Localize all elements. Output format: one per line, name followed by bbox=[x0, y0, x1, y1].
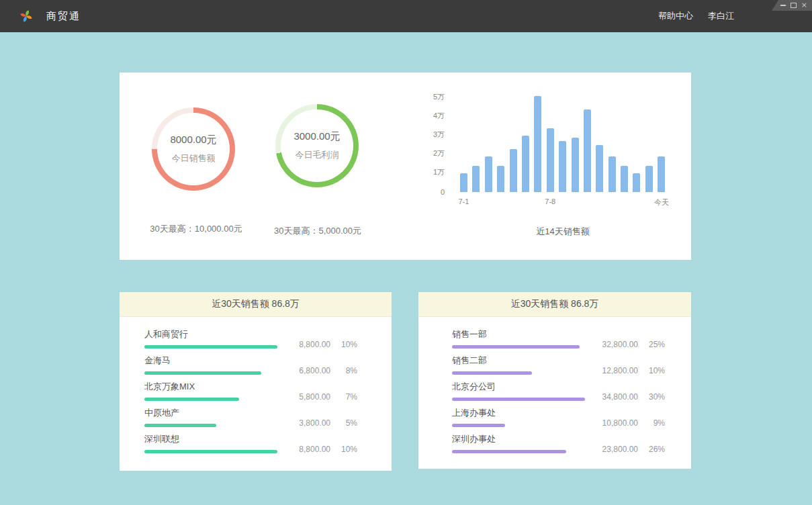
daily-sales-bar-9 bbox=[559, 141, 566, 192]
ranking-row-percent: 8% bbox=[336, 366, 357, 375]
ranking-row-values: 8,800.0010% bbox=[277, 340, 357, 349]
ranking-row-values: 12,800.0010% bbox=[585, 366, 665, 375]
ranking-row-left: 销售一部 bbox=[452, 328, 585, 349]
daily-sales-bar-10 bbox=[572, 138, 579, 192]
ranking-row-amount: 32,800.00 bbox=[602, 340, 638, 349]
profit-30d-max-caption: 30天最高：5,000.00元 bbox=[241, 225, 394, 237]
ranking-row-percent: 9% bbox=[643, 418, 665, 428]
daily-sales-bar-8 bbox=[547, 128, 554, 192]
daily-sales-bar-16 bbox=[645, 166, 653, 192]
today-profit-label: 今日毛利润 bbox=[296, 149, 339, 161]
y-tick-label: 1万 bbox=[433, 167, 445, 177]
daily-sales-bar-11 bbox=[584, 109, 591, 192]
ranking-row: 深圳办事处23,800.0026% bbox=[418, 427, 691, 453]
daily-sales-bar-1 bbox=[460, 173, 467, 192]
ranking-row-name: 销售一部 bbox=[452, 328, 585, 340]
ranking-row-name: 中原地产 bbox=[144, 407, 277, 419]
ranking-row-values: 3,800.005% bbox=[277, 418, 357, 428]
ranking-row-bar bbox=[144, 398, 239, 401]
daily-sales-bar-7 bbox=[534, 96, 541, 192]
daily-sales-bar-3 bbox=[485, 156, 492, 192]
ranking-row-bar bbox=[452, 424, 505, 427]
titlebar: 商贸通 帮助中心 李白江 bbox=[0, 0, 812, 32]
sales-14d-bar-chart: 5万4万3万2万1万0 7-17-8今天 近14天销售额 bbox=[422, 96, 677, 192]
ranking-row-bar bbox=[452, 371, 532, 375]
ranking-row-left: 销售二部 bbox=[452, 355, 585, 375]
department-ranking-title: 近30天销售额 86.8万 bbox=[418, 292, 691, 317]
ranking-row-values: 6,800.008% bbox=[277, 366, 357, 375]
ranking-row-amount: 10,800.00 bbox=[602, 418, 638, 428]
maximize-button[interactable] bbox=[791, 2, 797, 9]
daily-sales-bar-15 bbox=[633, 173, 640, 192]
ranking-row-amount: 12,800.00 bbox=[602, 366, 638, 375]
today-overview-card: 8000.00元 今日销售额 30天最高：10,000.00元 3000.00元… bbox=[120, 73, 691, 260]
ranking-row-amount: 23,800.00 bbox=[602, 445, 638, 454]
today-sales-donut: 8000.00元 今日销售额 bbox=[152, 107, 235, 191]
ranking-row-name: 北京分公司 bbox=[452, 381, 585, 393]
ranking-row-amount: 8,800.00 bbox=[299, 445, 330, 454]
today-profit-value: 3000.00元 bbox=[294, 130, 340, 143]
ranking-row-percent: 26% bbox=[643, 445, 665, 454]
ranking-row: 北京万象MIX5,800.007% bbox=[120, 375, 392, 401]
ranking-row-bar bbox=[452, 345, 580, 349]
ranking-row-values: 8,800.0010% bbox=[277, 445, 357, 454]
ranking-row-percent: 10% bbox=[336, 445, 357, 454]
help-center-link[interactable]: 帮助中心 bbox=[658, 10, 693, 22]
daily-sales-bar-13 bbox=[608, 156, 616, 192]
today-profit-donut: 3000.00元 今日毛利润 bbox=[275, 104, 359, 187]
ranking-row-left: 深圳办事处 bbox=[452, 433, 585, 453]
ranking-row-amount: 3,800.00 bbox=[299, 418, 330, 428]
ranking-row-percent: 30% bbox=[643, 392, 665, 402]
ranking-row: 人和商贸行8,800.0010% bbox=[120, 322, 392, 349]
ranking-row-amount: 8,800.00 bbox=[299, 340, 330, 349]
ranking-row-values: 34,800.0030% bbox=[585, 392, 665, 402]
ranking-row-amount: 34,800.00 bbox=[602, 392, 638, 402]
ranking-row-bar bbox=[452, 450, 566, 453]
ranking-row-values: 32,800.0025% bbox=[585, 340, 665, 349]
ranking-row-left: 上海办事处 bbox=[452, 407, 585, 427]
department-ranking-list: 销售一部32,800.0025%销售二部12,800.0010%北京分公司34,… bbox=[418, 317, 691, 453]
department-ranking-card: 近30天销售额 86.8万 销售一部32,800.0025%销售二部12,800… bbox=[418, 292, 691, 469]
y-tick-label: 0 bbox=[441, 188, 445, 196]
today-sales-label: 今日销售额 bbox=[172, 152, 216, 165]
ranking-row-name: 销售二部 bbox=[452, 355, 585, 367]
ranking-row-percent: 7% bbox=[336, 392, 357, 402]
ranking-row: 北京分公司34,800.0030% bbox=[418, 375, 691, 401]
ranking-row-name: 深圳办事处 bbox=[452, 433, 585, 445]
customer-ranking-list: 人和商贸行8,800.0010%金海马6,800.008%北京万象MIX5,80… bbox=[120, 317, 392, 453]
daily-sales-bar-5 bbox=[510, 149, 517, 192]
ranking-row-left: 北京万象MIX bbox=[144, 381, 277, 401]
y-tick-label: 3万 bbox=[433, 130, 445, 140]
ranking-row: 深圳联想8,800.0010% bbox=[120, 427, 392, 453]
ranking-row-values: 10,800.009% bbox=[585, 418, 665, 428]
x-tick-label: 今天 bbox=[654, 197, 669, 208]
x-tick-label: 7-1 bbox=[459, 197, 469, 205]
minimize-button[interactable] bbox=[780, 2, 786, 9]
today-profit-donut-center: 3000.00元 今日毛利润 bbox=[281, 109, 353, 182]
ranking-row-percent: 10% bbox=[336, 340, 357, 349]
ranking-row-amount: 6,800.00 bbox=[299, 366, 330, 375]
ranking-row-name: 人和商贸行 bbox=[144, 328, 277, 340]
ranking-row-bar bbox=[144, 424, 216, 427]
customer-ranking-title: 近30天销售额 86.8万 bbox=[120, 292, 392, 317]
close-button[interactable]: × bbox=[801, 2, 807, 9]
y-tick-label: 2万 bbox=[433, 148, 445, 158]
ranking-row-left: 中原地产 bbox=[144, 407, 277, 427]
daily-sales-bar-4 bbox=[497, 166, 504, 192]
maximize-icon bbox=[791, 3, 797, 8]
ranking-row-percent: 5% bbox=[336, 418, 357, 428]
today-sales-donut-center: 8000.00元 今日销售额 bbox=[157, 113, 230, 185]
username-menu[interactable]: 李白江 bbox=[708, 10, 734, 22]
ranking-row: 销售二部12,800.0010% bbox=[418, 349, 691, 375]
daily-sales-bar-14 bbox=[621, 166, 628, 192]
ranking-row: 上海办事处10,800.009% bbox=[418, 401, 691, 427]
sales-bar-plot bbox=[460, 96, 665, 192]
ranking-row-values: 5,800.007% bbox=[277, 392, 357, 402]
ranking-row-bar bbox=[452, 398, 585, 401]
window-controls: × bbox=[772, 0, 812, 11]
ranking-row-percent: 10% bbox=[643, 366, 665, 375]
ranking-row-name: 深圳联想 bbox=[144, 433, 277, 445]
pinwheel-logo-icon bbox=[19, 9, 34, 24]
sales-bar-xaxis: 7-17-8今天 bbox=[460, 197, 666, 207]
ranking-row-name: 上海办事处 bbox=[452, 407, 585, 419]
